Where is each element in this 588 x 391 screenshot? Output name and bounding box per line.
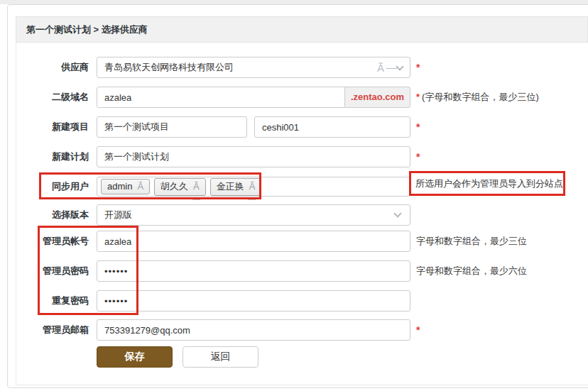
breadcrumb: 第一个测试计划 > 选择供应商 [16,17,587,42]
admin-password-hint: 字母和数字组合，最少六位 [416,260,527,282]
sync-users-note: 所选用户会作为管理员导入到分站点 [415,173,563,194]
subdomain-hint-text: (字母和数字组合，最少三位) [422,92,539,102]
user-tag-name: admin [107,181,132,192]
subdomain-hint: *(字母和数字组合，最少三位) [416,87,539,108]
repeat-password-label: 重复密码 [13,290,89,312]
new-plan-input[interactable] [97,146,410,167]
user-tag: 胡久久 Ã [154,178,206,196]
new-plan-label: 新建计划 [13,146,89,167]
admin-account-input[interactable] [97,231,410,252]
admin-password-input[interactable] [97,260,410,282]
panel-header: 第一个测试计划 > 选择供应商 [16,16,588,43]
supplier-required-mark: * [416,57,420,78]
chevron-down-icon [396,62,403,70]
subdomain-suffix: .zentao.com [344,87,410,108]
admin-account-hint: 字母和数字组合，最少三位 [416,231,527,252]
version-label: 选择版本 [13,204,89,226]
sync-users-field[interactable]: admin Ã 胡久久 Ã 金正换 Ã [97,177,410,197]
back-button[interactable]: 返回 [183,346,258,368]
new-plan-required-mark: * [416,146,420,167]
broken-glyph-icon: Ã [377,62,384,73]
admin-email-required-mark: * [416,319,420,341]
supplier-value: 青岛易软天创网络科技有限公司 [104,62,234,72]
user-tag-name: 金正换 [217,180,244,193]
subdomain-label: 二级域名 [13,87,89,108]
app-window: 第一个测试计划 > 选择供应商 供应商 青岛易软天创网络科技有限公司 Ã * 二… [0,0,588,391]
version-select[interactable]: 开源版 [97,204,410,226]
admin-email-input[interactable] [97,319,410,341]
user-tag-name: 胡久久 [160,180,188,193]
supplier-dropdown-icon[interactable]: Ã [377,57,403,77]
new-project-required-mark: * [416,116,420,138]
admin-account-label: 管理员帐号 [13,231,89,252]
user-tag: admin Ã [101,179,150,194]
chevron-down-icon [393,209,401,217]
dash-icon [386,68,397,69]
supplier-label: 供应商 [13,57,89,78]
user-tag: 金正换 Ã [210,178,262,196]
subdomain-input[interactable] [97,87,345,108]
admin-email-label: 管理员邮箱 [13,319,89,341]
remove-user-icon[interactable]: Ã [193,181,200,192]
new-project-label: 新建项目 [13,116,89,138]
subdomain-required-mark: * [416,92,420,102]
supplier-select[interactable]: 青岛易软天创网络科技有限公司 Ã [97,57,410,78]
admin-password-label: 管理员密码 [13,260,89,282]
repeat-password-input[interactable] [97,290,410,312]
panel-bottom-border [16,385,588,385]
remove-user-icon[interactable]: Ã [249,181,256,192]
sync-users-label: 同步用户 [13,176,89,197]
new-project-name-input[interactable] [97,116,247,138]
save-button[interactable]: 保存 [97,346,173,368]
new-project-code-input[interactable] [254,116,410,138]
remove-user-icon[interactable]: Ã [137,181,143,192]
version-value: 开源版 [104,209,132,220]
